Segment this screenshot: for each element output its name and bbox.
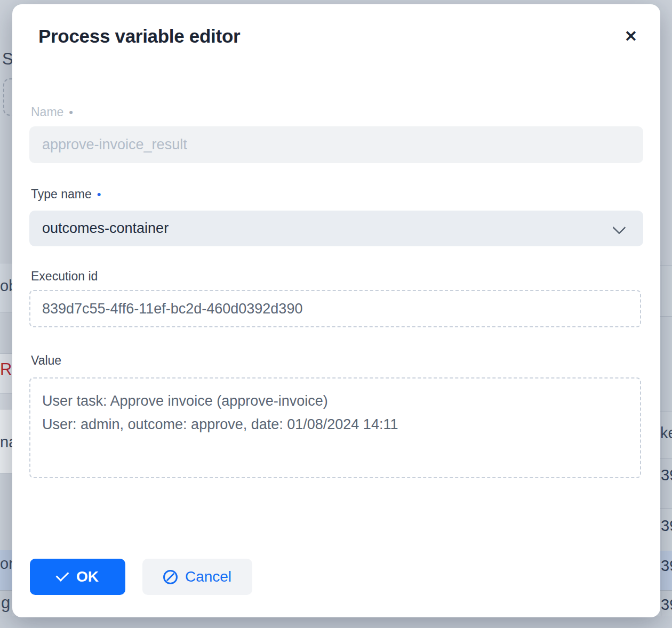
cancel-button-label: Cancel: [185, 568, 231, 585]
chevron-down-icon: [612, 221, 626, 234]
background-dashed-field: [3, 78, 12, 116]
background-text-fragment: na: [0, 434, 12, 451]
ok-button[interactable]: OK: [30, 559, 125, 595]
page: S ob R na or g ke 39 39 39 39 Process va…: [0, 0, 672, 628]
value-textarea[interactable]: User task: Approve invoice (approve-invo…: [29, 377, 641, 478]
background-text-fragment: ke: [660, 425, 672, 442]
name-input: [29, 126, 643, 163]
type-name-selected-value: outcomes-container: [42, 211, 169, 246]
background-text-fragment: 39: [661, 467, 672, 484]
background-row: [0, 393, 12, 409]
process-variable-editor-dialog: Process variable editor ✕ Name • Type na…: [12, 4, 660, 617]
value-field-label: Value: [31, 353, 61, 368]
execution-id-label-text: Execution id: [31, 269, 98, 284]
background-right-strip: ke 39 39 39 39: [660, 0, 672, 628]
background-text-fragment-red: R: [0, 360, 12, 379]
required-dot-icon: •: [69, 107, 73, 118]
name-field-label: Name •: [31, 105, 73, 119]
cancel-button[interactable]: Cancel: [142, 559, 252, 595]
type-name-field-label: Type name •: [31, 187, 101, 202]
ban-icon: [163, 570, 178, 584]
value-label-text: Value: [31, 353, 61, 368]
name-label-text: Name: [31, 105, 63, 119]
background-text-fragment: or: [0, 555, 12, 573]
background-text-fragment: 39: [661, 597, 672, 614]
close-icon[interactable]: ✕: [619, 25, 643, 48]
required-dot-icon: •: [97, 189, 101, 200]
background-text-fragment: ob: [0, 278, 12, 295]
background-text-fragment: 39: [661, 518, 672, 535]
background-row: [660, 265, 672, 317]
background-row: [0, 312, 12, 354]
type-name-select[interactable]: outcomes-container: [29, 211, 643, 246]
background-row: [660, 316, 672, 412]
background-text-fragment: 39: [661, 558, 672, 575]
check-icon: [56, 568, 69, 582]
dialog-title: Process variable editor: [38, 26, 240, 47]
type-name-label-text: Type name: [31, 187, 92, 202]
execution-id-input[interactable]: [29, 290, 641, 327]
execution-id-field-label: Execution id: [31, 269, 98, 284]
ok-button-label: OK: [76, 568, 99, 585]
background-row: [0, 473, 12, 551]
background-left-strip: S ob R na or g: [0, 0, 12, 628]
background-text-fragment: S: [2, 50, 12, 68]
background-bottom-band: [0, 616, 672, 628]
background-text-fragment: g: [1, 594, 10, 612]
